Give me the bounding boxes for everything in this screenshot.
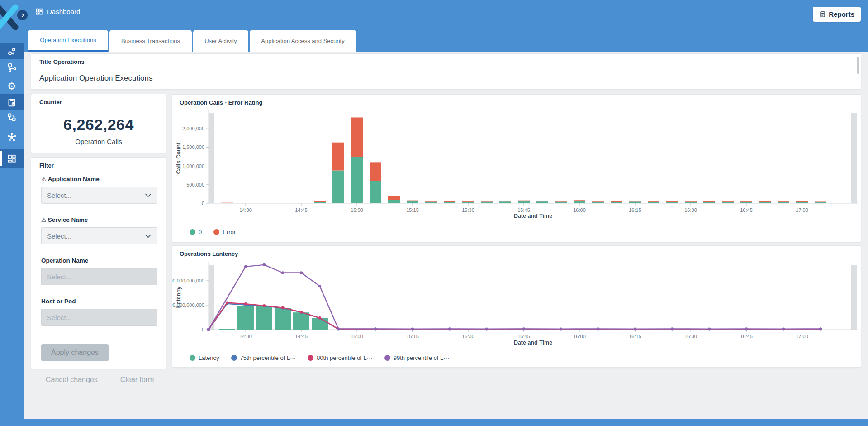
svg-text:15:45: 15:45: [517, 207, 530, 213]
select-placeholder: Select...: [47, 273, 71, 281]
svg-text:16:45: 16:45: [740, 207, 753, 213]
sidebar-item-workflows[interactable]: [0, 109, 24, 125]
tab-operation-executions[interactable]: Operation Executions: [28, 30, 108, 52]
legend-item[interactable]: 99th percentile of L⋯: [384, 354, 450, 361]
tab-user-activity[interactable]: User Activity: [193, 30, 248, 52]
report-document-icon: [819, 11, 826, 18]
tab-business-transactions[interactable]: Business Transactions: [109, 30, 192, 52]
app-root: { "header": { "title": "Dashboard", "rep…: [0, 0, 868, 426]
svg-text:15:15: 15:15: [406, 207, 419, 213]
legend-label: 75th percentile of L⋯: [240, 354, 296, 361]
legend-item[interactable]: 0: [190, 229, 202, 235]
svg-text:16:30: 16:30: [684, 334, 697, 339]
svg-text:14:45: 14:45: [295, 334, 308, 339]
svg-text:14:30: 14:30: [239, 207, 252, 213]
svg-text:0: 0: [202, 327, 204, 332]
latency-chart-card: Operations Lantency 02,000,000,000,0004,…: [172, 245, 861, 368]
clipboard-task-icon: [7, 97, 17, 107]
legend-label: 99th percentile of L⋯: [394, 354, 450, 361]
svg-text:0: 0: [202, 201, 204, 206]
svg-text:1,000,000: 1,000,000: [182, 163, 204, 169]
network-nodes-icon: [7, 132, 17, 142]
error-rating-legend: 0Error: [190, 229, 236, 235]
latency-chart-svg: 02,000,000,000,0004,000,000,000,00014:30…: [172, 246, 862, 368]
svg-text:16:15: 16:15: [629, 334, 641, 339]
sidebar-item-topology[interactable]: [0, 59, 24, 75]
operation-name-select: Select...: [41, 268, 157, 285]
sidebar-item-tasks[interactable]: [0, 94, 24, 110]
svg-text:Date and Time: Date and Time: [514, 340, 552, 346]
svg-text:1,500,000: 1,500,000: [182, 144, 204, 150]
svg-text:15:00: 15:00: [351, 207, 363, 213]
legend-label: Error: [223, 229, 236, 235]
svg-text:15:45: 15:45: [517, 334, 530, 339]
content-area: Title-Operations Application Operation E…: [24, 52, 868, 419]
field-label: ⚠Application Name: [41, 176, 157, 182]
filter-field-operation-name: Operation NameSelect...: [41, 257, 157, 285]
field-label: ⚠Service Name: [41, 216, 157, 223]
reports-button-label: Reports: [829, 10, 854, 18]
field-label-text: Application Name: [48, 176, 100, 182]
warning-icon: ⚠: [41, 176, 47, 182]
cancel-changes-link[interactable]: Cancel changes: [46, 376, 98, 384]
select-placeholder: Select...: [47, 191, 71, 199]
service-name-select[interactable]: Select...: [41, 227, 157, 244]
sidebar-item-settings[interactable]: ⚙: [0, 78, 24, 94]
sidebar-item-network[interactable]: [0, 129, 24, 145]
legend-label: 80th percentile of L⋯: [317, 354, 373, 361]
clear-form-link[interactable]: Clear form: [120, 376, 154, 384]
svg-text:14:45: 14:45: [295, 207, 308, 213]
sidebar-item-dashboard[interactable]: [0, 149, 24, 168]
select-placeholder: Select...: [47, 314, 71, 321]
legend-label: Latency: [199, 354, 219, 361]
svg-text:16:45: 16:45: [740, 334, 753, 339]
filter-links: Cancel changesClear form: [41, 376, 157, 384]
filter-card: Filter ⚠Application NameSelect...⚠Servic…: [31, 157, 166, 369]
svg-text:Date and Time: Date and Time: [514, 213, 552, 219]
dashboard-header-icon: [35, 8, 43, 15]
field-label-text: Operation Name: [41, 257, 88, 264]
legend-item[interactable]: Error: [213, 229, 236, 235]
svg-text:Calls Count: Calls Count: [175, 142, 182, 174]
filter-field-service-name: ⚠Service NameSelect...: [41, 216, 157, 244]
field-label-text: Service Name: [48, 216, 88, 223]
sidebar-collapse-button[interactable]: [17, 10, 28, 20]
dashboard-grid-icon: [7, 153, 17, 163]
svg-text:Latency: Latency: [175, 287, 182, 308]
legend-dot-icon: [231, 355, 237, 361]
sidebar-item-traces[interactable]: [0, 43, 24, 59]
legend-dot-icon: [384, 355, 390, 361]
reports-button[interactable]: Reports: [813, 7, 861, 22]
latency-legend: Latency75th percentile of L⋯80th percent…: [190, 354, 449, 361]
field-label: Host or Pod: [41, 298, 157, 305]
field-label: Operation Name: [41, 257, 157, 264]
apply-changes-button[interactable]: Apply changes: [41, 344, 109, 361]
svg-text:15:30: 15:30: [462, 207, 474, 213]
legend-dot-icon: [190, 355, 195, 361]
legend-item[interactable]: Latency: [190, 354, 219, 361]
trace-bubbles-icon: [7, 47, 17, 57]
error-rating-chart-card: Operation Calls - Error Rating 0500,0001…: [172, 94, 861, 242]
field-label-text: Host or Pod: [41, 298, 76, 305]
application-name-select[interactable]: Select...: [41, 187, 157, 204]
svg-text:16:00: 16:00: [573, 334, 586, 339]
chevron-down-icon: [145, 234, 151, 238]
title-card-label: Title-Operations: [39, 58, 84, 65]
legend-label: 0: [199, 229, 202, 235]
svg-text:15:00: 15:00: [351, 334, 363, 339]
chevron-down-icon: [145, 193, 151, 197]
topology-tree-icon: [7, 62, 17, 72]
filter-fields: ⚠Application NameSelect...⚠Service NameS…: [41, 176, 157, 384]
svg-text:4,000,000,000,000: 4,000,000,000,000: [172, 278, 204, 283]
legend-item[interactable]: 80th percentile of L⋯: [308, 354, 373, 361]
tab-application-access-and-security[interactable]: Application Access and Security: [250, 30, 356, 52]
filter-card-label: Filter: [39, 162, 54, 169]
svg-text:16:30: 16:30: [684, 207, 697, 213]
title-card-scrollbar[interactable]: [857, 57, 859, 74]
legend-item[interactable]: 75th percentile of L⋯: [231, 354, 296, 361]
svg-text:16:00: 16:00: [573, 207, 586, 213]
legend-dot-icon: [308, 355, 313, 361]
counter-value: 6,262,264: [31, 116, 166, 134]
counter-card-label: Counter: [39, 99, 62, 105]
svg-text:2,000,000: 2,000,000: [182, 126, 204, 131]
